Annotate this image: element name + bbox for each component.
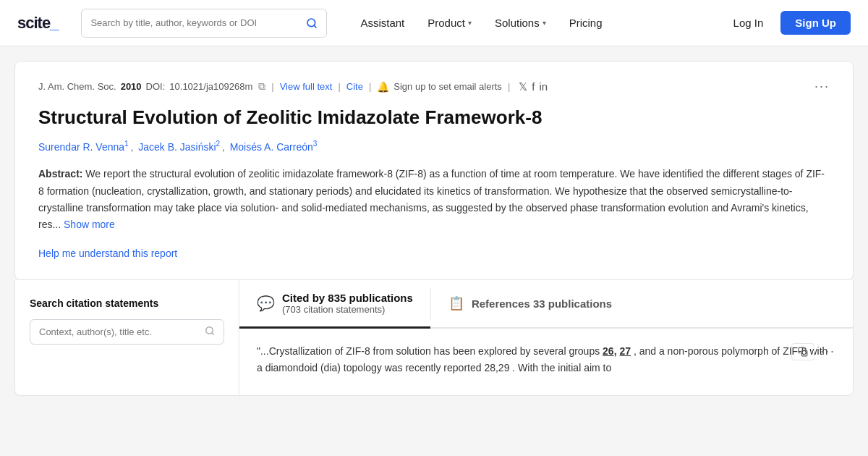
abstract-text: We report the structural evolution of ze… [38, 168, 825, 229]
references-main-text: References 33 publications [472, 297, 612, 310]
author-1-link[interactable]: Surendar R. Venna1 [38, 141, 129, 153]
nav-item-product[interactable]: Product ▾ [417, 11, 482, 35]
cited-by-sub-text: (703 citation statements) [282, 304, 413, 315]
cited-by-label-block: Cited by 835 publications (703 citation … [282, 292, 413, 315]
copy-doi-icon[interactable]: ⧉ [258, 80, 265, 93]
nav-item-solutions[interactable]: Solutions ▾ [485, 11, 556, 35]
paper-meta: J. Am. Chem. Soc. 2010 DOI: 10.1021/ja10… [38, 79, 830, 94]
nav-links: Assistant Product ▾ Solutions ▾ Pricing [350, 11, 710, 35]
author-2-link[interactable]: Jacek B. Jasiński2 [138, 141, 220, 153]
sidebar-search[interactable] [30, 319, 224, 345]
abstract: Abstract: We report the structural evolu… [38, 166, 830, 232]
solutions-chevron-icon: ▾ [542, 19, 546, 27]
pub-year: 2010 [121, 81, 142, 92]
twitter-icon[interactable]: 𝕏 [519, 80, 527, 93]
more-options-button[interactable]: ··· [814, 79, 830, 94]
references-icon: 📋 [448, 295, 464, 311]
citation-actions: ··· [791, 343, 835, 360]
sidebar: Search citation statements [15, 280, 239, 395]
separator-2: | [338, 81, 340, 92]
social-icons: 𝕏 f in [519, 80, 548, 93]
citation-numbers: 26, 27 [603, 345, 634, 357]
svg-line-3 [212, 333, 214, 335]
paper-card: J. Am. Chem. Soc. 2010 DOI: 10.1021/ja10… [14, 61, 854, 280]
facebook-icon[interactable]: f [532, 80, 535, 93]
tab-cited-by[interactable]: 💬 Cited by 835 publications (703 citatio… [239, 280, 430, 329]
bottom-section: Search citation statements 💬 Cited by 83… [14, 280, 854, 396]
linkedin-icon[interactable]: in [539, 80, 548, 93]
search-button[interactable] [306, 17, 318, 29]
separator-3: | [369, 81, 371, 92]
citation-body: "...Crystallization of ZIF-8 from soluti… [239, 329, 853, 391]
citation-quote: "...Crystallization of ZIF-8 from soluti… [257, 343, 835, 376]
search-bar[interactable] [81, 9, 327, 38]
separator-1: | [271, 81, 273, 92]
doi-label: DOI: [146, 81, 166, 92]
svg-rect-4 [801, 350, 807, 356]
sidebar-title: Search citation statements [30, 297, 224, 309]
nav-auth: Log In Sign Up [722, 11, 851, 35]
citation-ref-27[interactable]: 27 [619, 345, 631, 357]
tab-references[interactable]: 📋 References 33 publications [431, 280, 629, 327]
author-3-link[interactable]: Moisés A. Carreón3 [230, 141, 318, 153]
bell-icon: 🔔 [377, 81, 389, 93]
journal-name: J. Am. Chem. Soc. [38, 81, 116, 92]
signup-button[interactable]: Sign Up [780, 11, 851, 35]
abstract-label: Abstract: [38, 168, 82, 180]
tabs-content: 💬 Cited by 835 publications (703 citatio… [239, 280, 853, 395]
doi-value: 10.1021/ja109268m [169, 81, 252, 92]
citation-copy-button[interactable] [791, 343, 814, 360]
citation-ref-26[interactable]: 26 [603, 345, 614, 357]
sidebar-search-input[interactable] [39, 326, 199, 337]
login-button[interactable]: Log In [722, 11, 775, 35]
email-alerts-text: Sign up to set email alerts [393, 81, 502, 92]
show-more-link[interactable]: Show more [64, 219, 115, 230]
search-input[interactable] [90, 17, 306, 28]
paper-title: Structural Evolution of Zeolitic Imidazo… [38, 106, 830, 130]
main-wrapper: J. Am. Chem. Soc. 2010 DOI: 10.1021/ja10… [0, 61, 868, 396]
view-full-text-link[interactable]: View full text [280, 81, 333, 92]
help-understand-link[interactable]: Help me understand this report [38, 248, 177, 259]
separator-4: | [508, 81, 510, 92]
logo: scite_ [17, 14, 58, 33]
citation-more-options[interactable]: ··· [820, 344, 835, 359]
navbar: scite_ Assistant Product ▾ Solutions ▾ P… [0, 0, 868, 46]
product-chevron-icon: ▾ [468, 19, 472, 27]
citation-quote-start: "...Crystallization of ZIF-8 from soluti… [257, 345, 603, 357]
nav-item-assistant[interactable]: Assistant [350, 11, 414, 35]
sidebar-search-icon [205, 326, 215, 338]
nav-item-pricing[interactable]: Pricing [559, 11, 613, 35]
svg-line-1 [315, 25, 317, 28]
paper-authors: Surendar R. Venna1, Jacek B. Jasiński2, … [38, 140, 830, 153]
cited-by-icon: 💬 [257, 295, 275, 312]
tabs-header: 💬 Cited by 835 publications (703 citatio… [239, 280, 853, 329]
cited-by-main-text: Cited by 835 publications [282, 292, 413, 304]
cite-link[interactable]: Cite [346, 81, 363, 92]
